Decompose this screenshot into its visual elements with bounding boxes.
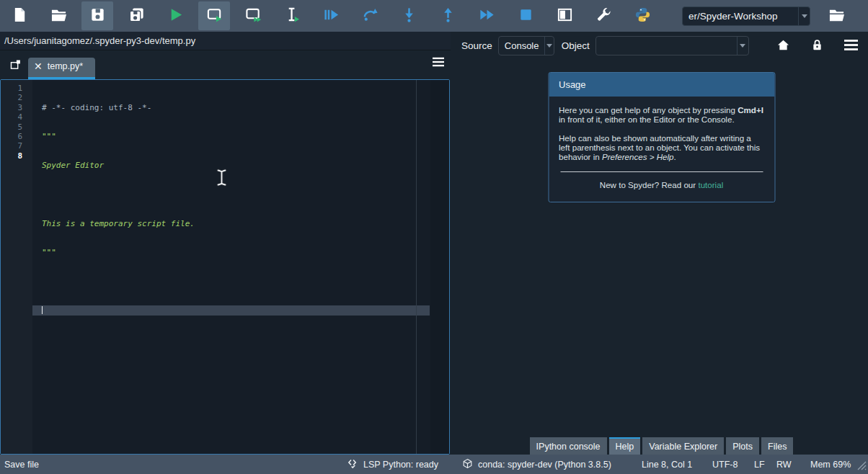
hamburger-icon: [433, 57, 444, 69]
close-tab-icon[interactable]: ✕: [34, 61, 43, 71]
code-editor[interactable]: 1 2 3 4 5 6 7 8 # -*- coding: utf-8 -*- …: [0, 79, 450, 455]
line-number: 3: [1, 103, 22, 112]
conda-env-status[interactable]: conda: spyder-dev (Python 3.8.5): [462, 455, 611, 474]
wrench-icon: [595, 6, 612, 26]
pane-tab-bar: IPython console Help Variable Explorer P…: [455, 435, 868, 455]
tab-help[interactable]: Help: [609, 437, 641, 455]
lsp-status[interactable]: LSP Python: ready: [347, 455, 438, 474]
stop-icon: [518, 6, 534, 26]
code-line: """: [42, 132, 56, 141]
help-options-menu-button[interactable]: [844, 38, 859, 53]
usage-footer: New to Spyder? Read our tutorial: [559, 181, 764, 194]
line-number-gutter: 1 2 3 4 5 6 7 8: [1, 80, 32, 454]
source-combobox[interactable]: Console: [498, 36, 554, 55]
maximize-pane-icon: [557, 6, 573, 26]
run-icon: [167, 6, 184, 26]
file-path: /Users/juanitagomez/.spyder-py3-dev/temp…: [4, 35, 195, 46]
run-cell-advance-button[interactable]: [237, 1, 269, 30]
continue-icon: [479, 6, 495, 26]
tab-files[interactable]: Files: [761, 437, 793, 455]
save-all-icon: [128, 6, 145, 26]
stop-button[interactable]: [510, 1, 541, 30]
step-into-button[interactable]: [393, 1, 425, 30]
line-number: 2: [1, 93, 22, 102]
object-combobox[interactable]: [595, 36, 749, 55]
working-directory-dropdown-arrow[interactable]: [798, 7, 810, 25]
browse-tabs-icon: [9, 58, 22, 73]
usage-card-title: Usage: [549, 73, 774, 97]
tab-plots[interactable]: Plots: [726, 437, 759, 455]
run-cell-icon: [206, 6, 223, 26]
continue-execution-button[interactable]: [471, 1, 502, 30]
line-number: 5: [1, 122, 22, 132]
scroll-flag-area[interactable]: [430, 80, 449, 454]
line-number: 1: [1, 84, 22, 93]
tutorial-link[interactable]: tutorial: [698, 180, 723, 189]
line-number: 6: [1, 132, 22, 141]
code-line: """: [42, 248, 56, 257]
object-dropdown-arrow[interactable]: [737, 37, 748, 55]
browse-working-directory-button[interactable]: [820, 1, 852, 30]
encoding-status[interactable]: UTF-8: [712, 455, 738, 474]
line-number-current: 8: [1, 151, 22, 161]
browse-tabs-button[interactable]: [6, 56, 25, 75]
step-over-icon: [362, 6, 378, 26]
resize-grip[interactable]: [857, 461, 867, 473]
status-message: Save file: [4, 455, 39, 474]
code-text-area[interactable]: # -*- coding: utf-8 -*- """ Spyder Edito…: [32, 80, 449, 454]
working-directory-value: er/Spyder-Workshop: [683, 11, 798, 22]
usage-paragraph-1: Here you can get help of any object by p…: [559, 106, 764, 125]
run-selection-icon: [284, 6, 301, 26]
preferences-button[interactable]: [588, 1, 619, 30]
run-cell-button[interactable]: [198, 1, 230, 30]
line-number: 4: [1, 112, 22, 122]
run-selection-button[interactable]: [276, 1, 308, 30]
text-caret: [42, 306, 43, 314]
status-bar: Save file LSP Python: ready conda: spyde…: [0, 455, 868, 474]
usage-paragraph-2: Help can also be shown automatically aft…: [559, 134, 764, 162]
home-button[interactable]: [776, 38, 791, 53]
source-label: Source: [461, 40, 492, 51]
line-number: 7: [1, 141, 22, 151]
usage-card: Usage Here you can get help of any objec…: [548, 72, 775, 202]
help-pane: Source Console Object Usage Here you can…: [455, 32, 868, 455]
run-file-button[interactable]: [159, 1, 191, 30]
open-file-button[interactable]: [43, 1, 74, 30]
save-icon: [89, 6, 106, 26]
python-logo-icon: [634, 6, 651, 26]
source-dropdown-arrow[interactable]: [544, 37, 553, 55]
lock-button[interactable]: [810, 38, 825, 53]
code-line: Spyder Editor: [42, 161, 104, 170]
eol-status[interactable]: LF: [754, 455, 765, 474]
file-path-bar: /Users/juanitagomez/.spyder-py3-dev/temp…: [0, 32, 451, 50]
debug-file-button[interactable]: [315, 1, 347, 30]
help-content: Usage Here you can get help of any objec…: [455, 59, 868, 435]
editor-options-menu-button[interactable]: [433, 57, 444, 70]
tab-label: temp.py*: [48, 61, 83, 71]
help-pane-header: Source Console Object: [455, 32, 868, 59]
new-file-icon: [12, 6, 28, 26]
editor-pane: /Users/juanitagomez/.spyder-py3-dev/temp…: [0, 32, 451, 455]
permissions-status[interactable]: RW: [776, 455, 792, 474]
step-return-button[interactable]: [432, 1, 464, 30]
editor-tab-bar: ✕ temp.py*: [0, 50, 451, 79]
cursor-position-status[interactable]: Line 8, Col 1: [642, 455, 692, 474]
go-to-parent-directory-button[interactable]: [860, 1, 868, 30]
save-all-button[interactable]: [120, 1, 152, 30]
preferences-help-path: Preferences > Help: [602, 152, 674, 161]
step-return-icon: [440, 6, 456, 26]
memory-status[interactable]: Mem 69%: [810, 455, 851, 474]
tab-temp-py[interactable]: ✕ temp.py*: [28, 58, 95, 79]
step-over-button[interactable]: [354, 1, 386, 30]
run-cell-advance-icon: [245, 6, 262, 26]
save-file-button[interactable]: [81, 1, 113, 30]
tab-variable-explorer[interactable]: Variable Explorer: [642, 437, 724, 455]
maximize-pane-button[interactable]: [549, 1, 580, 30]
new-file-button[interactable]: [4, 1, 35, 30]
working-directory-combobox[interactable]: er/Spyder-Workshop: [682, 6, 810, 26]
object-label: Object: [562, 40, 590, 51]
python-path-manager-button[interactable]: [626, 1, 658, 30]
cmd-i-shortcut: Cmd+I: [738, 105, 763, 115]
debug-file-icon: [323, 6, 340, 26]
tab-ipython-console[interactable]: IPython console: [530, 437, 607, 455]
